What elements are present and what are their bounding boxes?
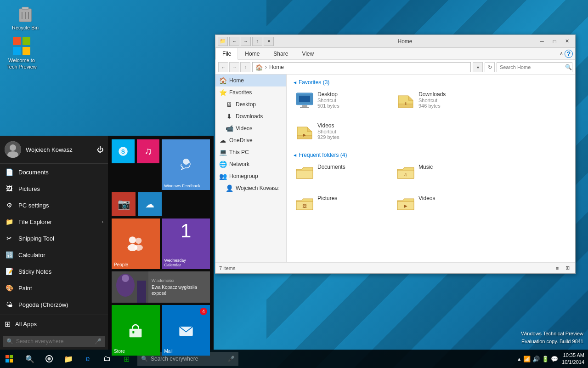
tab-view[interactable]: View bbox=[295, 48, 321, 60]
welcome-icon[interactable]: Welcome toTech Preview bbox=[6, 37, 38, 70]
quick-access-btn[interactable]: 📁 bbox=[218, 37, 228, 46]
nav-network[interactable]: 🌐 Network bbox=[215, 158, 286, 170]
allapps-icon: ⊞ bbox=[5, 320, 11, 328]
start-search-input[interactable] bbox=[16, 338, 92, 345]
tile-feedback[interactable]: Windows Feedback bbox=[162, 139, 210, 190]
action-center-icon[interactable]: 💬 bbox=[551, 356, 558, 362]
app-pictures[interactable]: 🖼 Pictures bbox=[0, 180, 108, 197]
back-button[interactable]: ← bbox=[218, 62, 228, 72]
nav-onedrive[interactable]: ☁ OneDrive bbox=[215, 134, 286, 146]
close-button[interactable]: ✕ bbox=[561, 37, 573, 46]
recycle-bin-icon[interactable]: Recycle Bin bbox=[9, 5, 41, 30]
music-note-icon: ♫ bbox=[144, 145, 152, 157]
refresh-button[interactable]: ↻ bbox=[485, 62, 495, 72]
app-sticky-notes[interactable]: 📝 Sticky Notes bbox=[0, 263, 108, 280]
svg-point-45 bbox=[47, 357, 51, 360]
tile-music[interactable]: ♫ bbox=[137, 139, 160, 163]
up-button[interactable]: ↑ bbox=[240, 62, 250, 72]
help-button[interactable]: ? bbox=[565, 50, 573, 58]
desktop: Recycle Bin Welcome toTech Preview Windo… bbox=[0, 0, 588, 368]
svg-point-22 bbox=[122, 275, 129, 282]
frequent-grid: Documents ♫ Music bbox=[294, 162, 568, 215]
svg-point-14 bbox=[183, 159, 189, 165]
nav-desktop[interactable]: 🖥 Desktop bbox=[215, 98, 286, 110]
window-title: Home bbox=[274, 38, 536, 45]
nav-favorites[interactable]: ⭐ Favorites bbox=[215, 86, 286, 98]
search-icon: 🔍 bbox=[6, 338, 13, 345]
file-item-pictures[interactable]: 🖼 Pictures bbox=[294, 193, 385, 215]
start-button[interactable] bbox=[0, 350, 18, 368]
app-paint[interactable]: 🎨 Paint bbox=[0, 280, 108, 296]
ribbon-expand-btn[interactable]: ∧ bbox=[560, 51, 563, 57]
path-dropdown-btn[interactable]: ▾ bbox=[473, 62, 483, 72]
downloads-file-info: Downloads Shortcut 946 bytes bbox=[418, 91, 485, 109]
app-calculator[interactable]: 🔢 Calculator bbox=[0, 247, 108, 263]
start-menu-left: Wojciech Kowasz ⏻ 📄 Documents 🖼 Pictures… bbox=[0, 136, 108, 350]
file-item-desktop[interactable]: Desktop Shortcut 501 bytes bbox=[294, 89, 385, 111]
file-item-music[interactable]: ♫ Music bbox=[395, 162, 486, 184]
nav-downloads[interactable]: ⬇ Downloads bbox=[215, 110, 286, 122]
svg-rect-23 bbox=[130, 329, 142, 338]
taskbar-clock[interactable]: 10:35 AM 10/1/2014 bbox=[562, 352, 584, 366]
search-box[interactable]: 🔍 bbox=[497, 62, 572, 72]
list-view-btn[interactable]: ≡ bbox=[553, 264, 561, 272]
all-apps-button[interactable]: ⊞ All Apps bbox=[0, 315, 108, 333]
taskbar-right: ▲ 📶 🔊 🔋 💬 10:35 AM 10/1/2014 bbox=[517, 352, 588, 366]
tile-people[interactable]: People bbox=[112, 218, 160, 269]
taskbar-fileexplorer-btn[interactable]: 📁 bbox=[59, 350, 78, 368]
app-documents[interactable]: 📄 Documents bbox=[0, 164, 108, 180]
onedrive-tile-icon: ☁ bbox=[145, 199, 154, 210]
tab-share[interactable]: Share bbox=[266, 48, 295, 60]
app-pc-settings[interactable]: ⚙ PC settings bbox=[0, 197, 108, 213]
detail-view-btn[interactable]: ⊞ bbox=[563, 264, 571, 272]
maximize-button[interactable]: □ bbox=[548, 37, 560, 46]
pcsettings-icon: ⚙ bbox=[5, 201, 14, 210]
nav-homegroup[interactable]: 👥 Homegroup bbox=[215, 170, 286, 182]
tile-camera[interactable]: 📷 bbox=[112, 192, 136, 216]
taskbar-ie-btn[interactable]: e bbox=[79, 350, 97, 368]
nav-videos[interactable]: 📹 Videos bbox=[215, 122, 286, 134]
desktop-file-info: Desktop Shortcut 501 bytes bbox=[317, 91, 384, 109]
tab-file[interactable]: File bbox=[215, 48, 238, 60]
nav-user[interactable]: 👤 Wojciech Kowasz bbox=[215, 182, 286, 194]
forward-title-btn[interactable]: → bbox=[241, 37, 251, 46]
up-title-btn[interactable]: ↑ bbox=[252, 37, 262, 46]
nav-home-icon: 🏠 bbox=[219, 77, 226, 84]
minimize-button[interactable]: ─ bbox=[536, 37, 548, 46]
app-snipping-tool[interactable]: ✂ Snipping Tool bbox=[0, 230, 108, 247]
tile-onedrive[interactable]: ☁ bbox=[138, 192, 162, 216]
start-search-bar[interactable]: 🔍 🎤 bbox=[3, 336, 105, 347]
downloads-file-icon: ⬇ bbox=[396, 91, 415, 109]
videos-fav-info: Videos Shortcut 929 bytes bbox=[317, 122, 384, 140]
taskbar-cortana-btn[interactable] bbox=[40, 350, 58, 368]
dropdown-title-btn[interactable]: ▾ bbox=[264, 37, 274, 46]
tile-news[interactable]: Wiadomości Ewa Kopacz wygłosiła exposé bbox=[112, 271, 210, 303]
nav-thispc[interactable]: 💻 This PC bbox=[215, 146, 286, 158]
file-item-videos-fav[interactable]: ▶ Videos Shortcut 929 bytes bbox=[294, 121, 385, 143]
file-item-documents[interactable]: Documents bbox=[294, 162, 385, 184]
app-weather[interactable]: 🌤 Pogoda (Chorzów) bbox=[0, 296, 108, 313]
tiles-row-2: 📷 ☁ bbox=[112, 192, 210, 216]
nav-downloads-icon: ⬇ bbox=[226, 113, 233, 120]
file-item-downloads[interactable]: ⬇ Downloads Shortcut 946 bytes bbox=[395, 89, 486, 111]
tile-calendar[interactable]: 1 WednesdayCalendar bbox=[162, 218, 210, 269]
tile-store[interactable]: Store bbox=[112, 305, 160, 356]
tile-skype[interactable]: S bbox=[112, 139, 135, 163]
svg-point-15 bbox=[129, 236, 136, 243]
tab-home[interactable]: Home bbox=[238, 48, 266, 60]
tile-mail[interactable]: 4 Mail bbox=[162, 305, 210, 356]
file-item-videos-freq[interactable]: ▶ Videos bbox=[395, 193, 486, 215]
search-input[interactable] bbox=[500, 64, 563, 70]
volume-icon[interactable]: 🔊 bbox=[532, 356, 540, 362]
back-title-btn[interactable]: ← bbox=[229, 37, 239, 46]
app-file-explorer[interactable]: 📁 File Explorer › bbox=[0, 213, 108, 230]
nav-home[interactable]: 🏠 Home bbox=[215, 75, 286, 86]
content-pane: Favorites (3) bbox=[287, 75, 575, 262]
systray-arrow[interactable]: ▲ bbox=[517, 356, 521, 362]
taskbar-search-btn[interactable]: 🔍 bbox=[21, 350, 39, 368]
address-path[interactable]: 🏠 › Home bbox=[252, 62, 471, 72]
taskbar-mic-icon: 🎤 bbox=[228, 356, 235, 362]
forward-button[interactable]: → bbox=[229, 62, 239, 72]
power-button[interactable]: ⏻ bbox=[97, 146, 103, 153]
svg-text:▶: ▶ bbox=[404, 203, 407, 208]
